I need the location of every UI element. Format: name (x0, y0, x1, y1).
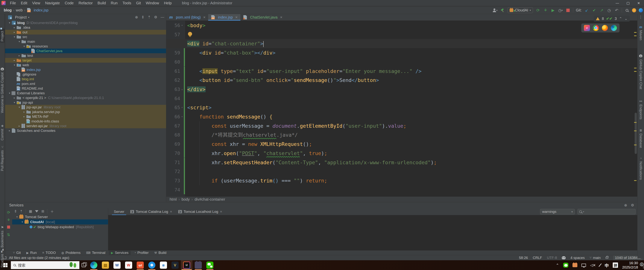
close-tab-icon[interactable]: ✕ (170, 210, 172, 213)
menu-refactor[interactable]: Refactor (76, 0, 95, 6)
tree-chevron-icon[interactable]: ▸ (12, 96, 16, 99)
project-tree-row[interactable]: ∅.gitignore (5, 72, 166, 77)
warning-stripe-mark[interactable] (634, 180, 636, 181)
update-available-icon[interactable]: ↑ (632, 8, 636, 12)
taskbar-search-input[interactable]: 搜索 (11, 261, 80, 269)
taskbar-app-vpn[interactable]: V (169, 260, 181, 270)
editor-breadcrumb-html[interactable]: html (170, 197, 177, 202)
editor-tab-pom-xml-blog-[interactable]: mpom.xml (blog)✕ (166, 14, 208, 21)
tree-chevron-icon[interactable]: ▸ (8, 129, 12, 132)
stripe-item-pull-requests[interactable]: ⑂Pull Requests (0, 145, 5, 171)
code-line[interactable]: const xhr = new XMLHttpRequest(); (166, 140, 637, 149)
services-tree-row[interactable]: ✔blog:Webapp exploded[Republish] (12, 224, 108, 229)
file-encoding[interactable]: UTF-8 (547, 256, 557, 260)
close-tab-icon[interactable]: ✕ (235, 16, 238, 19)
warning-stripe-mark[interactable] (634, 35, 636, 36)
taskbar-app-idea[interactable]: IJ (181, 260, 192, 270)
menu-code[interactable]: Code (62, 0, 76, 6)
stop-server-icon[interactable] (7, 225, 10, 229)
stripe-item-notifications[interactable]: ◔Notifications (638, 157, 644, 180)
project-tree-row[interactable]: ▸META-INF (5, 114, 166, 119)
plugin-orb-icon[interactable] (639, 8, 643, 12)
caret-position[interactable]: 58:26 (519, 256, 528, 260)
tree-chevron-icon[interactable]: ▸ (22, 110, 26, 113)
project-tree-row[interactable]: ▾resources (5, 44, 166, 49)
project-tree-row[interactable]: JSPindex.jsp (5, 67, 166, 72)
tree-chevron-icon[interactable]: ▾ (8, 92, 12, 94)
taskbar-app-wps[interactable]: W (123, 260, 134, 270)
locate-file-icon[interactable]: ⊕ (135, 15, 138, 19)
project-tree-row[interactable]: ▸< openjdk-21 >C:\Users\Stark\.jdks\open… (5, 95, 166, 100)
tool-window-button-profiler[interactable]: ◔Profiler (132, 251, 151, 255)
project-tree-row[interactable]: mpom.xml (5, 81, 166, 86)
coverage-button[interactable]: ▶ (550, 8, 556, 13)
close-tab-icon[interactable]: ✕ (203, 16, 206, 19)
tree-chevron-icon[interactable]: ▾ (18, 106, 21, 108)
stripe-item-endpoints[interactable]: ⚯Endpoints (638, 99, 644, 119)
copilot-status-icon[interactable] (562, 256, 566, 259)
ime-language-indicator[interactable]: 中 (604, 262, 608, 268)
firefox-browser-icon[interactable] (602, 25, 608, 31)
build-hammer-icon[interactable] (500, 8, 505, 13)
project-tree-row[interactable]: ▾jsp-api (5, 100, 166, 105)
menu-navigate[interactable]: Navigate (43, 0, 62, 6)
scrollbar-thumb[interactable] (635, 113, 637, 154)
tree-chevron-icon[interactable]: ▸ (22, 115, 26, 118)
stripe-item-bookmarks[interactable]: ⚑Bookmarks (0, 226, 5, 247)
project-tree-row[interactable]: ChatServlet.java (5, 49, 166, 53)
menu-edit[interactable]: Edit (18, 0, 30, 6)
stripe-item-github-copilot-chat[interactable]: GitHub Copilot Chat (638, 54, 644, 89)
project-tree-row[interactable]: ▾jsp-api.jarlibrary root (5, 105, 166, 109)
warning-stripe-mark[interactable] (634, 145, 636, 145)
tree-chevron-icon[interactable]: ▸ (12, 26, 16, 29)
stripe-item-database[interactable]: ≣Database (638, 128, 644, 148)
code-line[interactable]: function sendMessage() { (166, 112, 637, 121)
stop-button[interactable] (566, 8, 570, 13)
services-settings-icon[interactable]: ⚙ (631, 203, 634, 207)
breadcrumb-item-web[interactable]: web (16, 8, 23, 12)
stripe-item-project[interactable]: Project (0, 29, 5, 43)
log-level-dropdown[interactable]: warnings ▾ (540, 209, 575, 214)
tree-chevron-icon[interactable]: ▾ (15, 215, 19, 218)
tree-chevron-icon[interactable]: ▸ (18, 54, 21, 57)
svc-collapse-all-icon[interactable]: ⇡ (20, 209, 23, 213)
services-tree-row[interactable]: ▾✓CloudAI[local] (12, 219, 108, 224)
pen-icon[interactable] (599, 263, 602, 267)
project-tree-row[interactable]: 01module-info.class (5, 119, 166, 123)
project-tree-row[interactable]: ▾main (5, 39, 166, 44)
code-line[interactable] (166, 185, 637, 194)
code-line[interactable]: </div> (166, 85, 637, 94)
search-everywhere-icon[interactable] (624, 8, 630, 13)
next-issue-icon[interactable]: ⌄ (624, 16, 628, 21)
tree-chevron-icon[interactable]: ▾ (12, 35, 16, 38)
code-line[interactable]: xhr.open("POST", "chatservlet", true); (166, 149, 637, 158)
prev-issue-icon[interactable]: ⌃ (619, 16, 622, 21)
taskbar-app-wechat[interactable] (204, 260, 216, 270)
project-tree-row[interactable]: ▾src (5, 35, 166, 39)
editor-tab-index-jsp[interactable]: JSPindex.jsp✕ (208, 14, 240, 21)
tool-window-button-terminal[interactable]: ⌨Terminal (84, 251, 108, 255)
user-profile-icon[interactable]: ▾ (492, 8, 498, 13)
tree-chevron-icon[interactable]: ▾ (8, 21, 12, 24)
project-tree-row[interactable]: ▾blogD:\Documents\IDEA project\blog (5, 21, 166, 25)
stripe-item-structure[interactable]: ▞Structure (0, 249, 5, 267)
project-panel-header[interactable]: Project ▾ ⊕ ⇕ ⇡ ⚙ — (5, 14, 166, 21)
tree-chevron-icon[interactable]: ▾ (12, 64, 16, 66)
code-line[interactable]: const userMessage = document.getElementB… (166, 121, 637, 130)
taskbar-app-qd[interactable]: qd (134, 260, 146, 270)
warning-stripe-mark[interactable] (634, 68, 636, 68)
taskbar-clock[interactable]: 16:30 2025/2/18 (622, 261, 638, 269)
code-line[interactable]: <div id="chat-box"></div> (166, 48, 637, 57)
filter-icon[interactable] (35, 210, 38, 212)
taskbar-app-explorer[interactable]: ▤ (100, 260, 111, 270)
expand-all-icon[interactable]: ⇕ (141, 15, 144, 19)
code-line[interactable] (166, 167, 637, 176)
stripe-item-maven[interactable]: mMaven (638, 25, 644, 40)
edge-browser-icon[interactable] (611, 25, 617, 31)
tree-chevron-icon[interactable]: ▾ (22, 45, 26, 48)
menu-run[interactable]: Run (108, 0, 120, 6)
stripe-item-commit[interactable]: ◈Commit (0, 124, 5, 141)
tree-chevron-icon[interactable]: ▸ (12, 31, 16, 34)
git-history-icon[interactable]: ◷ (607, 8, 612, 13)
tree-chevron-icon[interactable]: ▸ (12, 59, 16, 62)
